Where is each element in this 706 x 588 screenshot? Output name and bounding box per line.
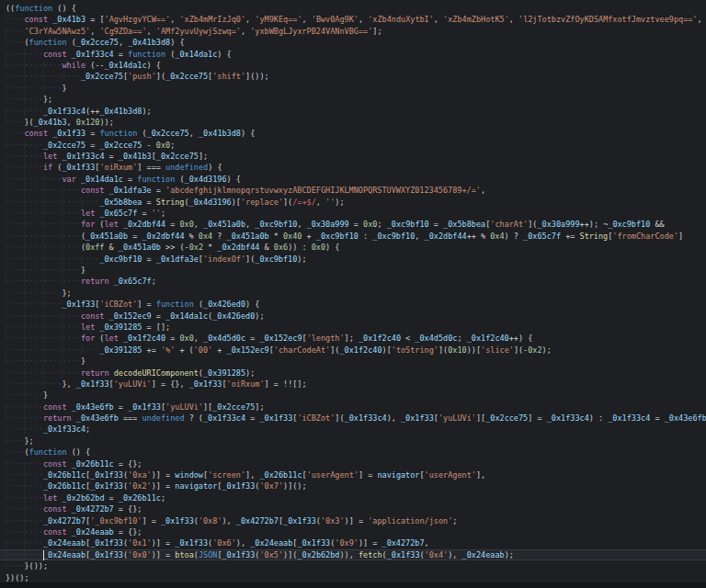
whitespace-dots: ········ — [6, 50, 43, 59]
code-line: ················return decodeURIComponen… — [0, 368, 706, 379]
editor-bottom-edge — [0, 582, 706, 588]
code-line: ················} — [0, 356, 706, 367]
whitespace-dots: ················ — [6, 186, 81, 195]
whitespace-dots: ················ — [6, 72, 81, 81]
whitespace-dots: ············ — [6, 61, 62, 70]
code-line: ····················_0x5b8bea = String(_… — [0, 197, 706, 208]
code-line: ········const _0x1f33c4 = function (_0x1… — [0, 49, 706, 60]
whitespace-dots: ········ — [6, 481, 43, 491]
whitespace-dots: ········ — [6, 527, 43, 537]
code-line: ········const _0x26b11c = {}; — [0, 458, 706, 469]
code-line: ((function () { — [0, 3, 706, 14]
code-line: ····(function () { — [0, 447, 706, 458]
code-line: ················} — [0, 265, 706, 276]
code-line: ········_0x26b11c[_0x1f33('0xa')] = wind… — [0, 469, 706, 481]
code-editor[interactable]: ((function () {····const _0x41b3 = ['Agv… — [0, 0, 706, 588]
whitespace-dots: ···················· — [6, 345, 99, 355]
whitespace-dots: ················ — [6, 243, 81, 252]
code-line: ········} — [0, 390, 706, 401]
whitespace-dots: ········ — [6, 107, 43, 116]
whitespace-dots: ···················· — [6, 198, 99, 207]
whitespace-dots: ················ — [6, 266, 81, 275]
text-cursor — [43, 550, 44, 560]
whitespace-dots: ···· — [6, 436, 24, 446]
whitespace-dots: ········ — [6, 141, 43, 150]
whitespace-dots: ···· — [6, 118, 24, 127]
code-line: ············while (--_0x14da1c) { — [0, 60, 706, 71]
whitespace-dots: ········ — [6, 550, 43, 560]
whitespace-dots: ········ — [6, 163, 43, 172]
whitespace-dots: ···· — [6, 129, 24, 138]
code-line: ················return _0x65c7f; — [0, 276, 706, 287]
code-line: ············} — [0, 83, 706, 94]
code-line: ········const _0x43e6fb = _0x1f33['yuLUV… — [0, 401, 706, 413]
code-area: ((function () {····const _0x41b3 = ['Agv… — [0, 0, 706, 583]
whitespace-dots: ········ — [6, 152, 43, 161]
code-line: ········}; — [0, 94, 706, 105]
code-line: ····}; — [0, 435, 706, 447]
code-line: ············}, _0x1f33['yuLUVi'] = {}, _… — [0, 379, 706, 390]
code-line: ················(_0x451a0b = _0x2dbf44 %… — [0, 231, 706, 242]
whitespace-dots: ···· — [6, 27, 24, 36]
code-line: ········const _0x24eaab = {}; — [0, 526, 706, 537]
code-line: ········_0x2cce75 = _0x2cce75 - 0x0; — [0, 140, 706, 151]
whitespace-dots: ················ — [6, 334, 81, 343]
whitespace-dots: ········ — [6, 402, 43, 412]
code-line: ········return _0x43e6fb === undefined ?… — [0, 413, 706, 424]
code-line: ········_0x24eaab[_0x1f33('0x1')] = _0x1… — [0, 537, 706, 548]
whitespace-dots: ············ — [6, 300, 62, 309]
whitespace-dots: ········ — [6, 516, 43, 526]
code-line: ················const _0x1dfa3e = 'abcde… — [0, 185, 706, 196]
code-line: ····const _0x41b3 = ['AgvHzgvYCW==', 'xZ… — [0, 14, 706, 25]
whitespace-dots: ········ — [6, 390, 43, 400]
code-line: ················let _0x65c7f = ''; — [0, 208, 706, 219]
whitespace-dots: ················ — [6, 277, 81, 286]
code-line: ········let _0x1f33c4 = _0x41b3[_0x2cce7… — [0, 151, 706, 162]
code-line: ················for (let _0x1f2c40 = 0x0… — [0, 333, 706, 344]
code-line: ········_0x26b11c[_0x1f33('0x2')] = navi… — [0, 481, 706, 492]
whitespace-dots: ···················· — [6, 254, 99, 264]
code-line: ········_0x1f33c4(++_0x41b3d8); — [0, 106, 706, 117]
whitespace-dots: ········ — [6, 95, 43, 104]
whitespace-dots: ···· — [6, 38, 24, 47]
whitespace-dots: ················ — [6, 311, 81, 321]
whitespace-dots: ············ — [6, 288, 62, 298]
whitespace-dots: ················ — [6, 209, 81, 218]
whitespace-dots: ············ — [6, 175, 62, 184]
whitespace-dots: ········ — [6, 493, 43, 503]
whitespace-dots: ················ — [6, 322, 81, 332]
code-line: ············}; — [0, 288, 706, 299]
code-line: ····'C3rYAw5NAwz5', 'Cg9ZDa==', 'AMf2yuv… — [0, 26, 706, 37]
whitespace-dots: ················ — [6, 356, 81, 366]
whitespace-dots: ················ — [6, 368, 81, 378]
code-line: ············_0x1f33['iCBZot'] = function… — [0, 299, 706, 310]
code-line: ········_0x24eaab[_0x1f33('0x0')] = btoa… — [0, 549, 706, 560]
code-line: ········const _0x4272b7 = {}; — [0, 503, 706, 514]
whitespace-dots: ········ — [6, 459, 43, 469]
whitespace-dots: ················ — [6, 220, 81, 229]
code-line: ················let _0x391285 = []; — [0, 322, 706, 333]
whitespace-dots: ···· — [6, 447, 24, 457]
code-line: ················const _0x152ec9 = _0x14d… — [0, 311, 706, 322]
code-line: ····}()); — [0, 560, 706, 571]
code-line: ············var _0x14da1c = function (_0… — [0, 174, 706, 185]
code-line: ····················_0x391285 += '%' + (… — [0, 345, 706, 356]
code-line: ····}(_0x41b3, 0x120)); — [0, 117, 706, 128]
code-line: ········_0x4272b7['_0xc9bf10'] = _0x1f33… — [0, 515, 706, 526]
whitespace-dots: ················ — [6, 232, 81, 241]
whitespace-dots: ············ — [6, 379, 62, 389]
whitespace-dots: ···· — [6, 561, 24, 571]
whitespace-dots: ········ — [6, 413, 43, 423]
whitespace-dots: ········ — [6, 504, 43, 514]
code-line: ················(0xff & _0x451a0b >> (-0… — [0, 242, 706, 253]
whitespace-dots: ···· — [6, 15, 24, 24]
whitespace-dots: ········ — [6, 538, 43, 548]
code-line: ················_0x2cce75['push'](_0x2cc… — [0, 71, 706, 82]
whitespace-dots: ········ — [6, 424, 43, 434]
whitespace-dots: ········ — [6, 470, 43, 480]
whitespace-dots: ············ — [6, 84, 62, 93]
code-line: ········if (_0x1f33['oiRxum'] === undefi… — [0, 162, 706, 173]
code-line: ····················_0xc9bf10 = _0x1dfa3… — [0, 254, 706, 265]
code-line: ····(function (_0x2cce75, _0x41b3d8) { — [0, 37, 706, 48]
code-line: ········let _0x2b62bd = _0x26b11c; — [0, 492, 706, 503]
